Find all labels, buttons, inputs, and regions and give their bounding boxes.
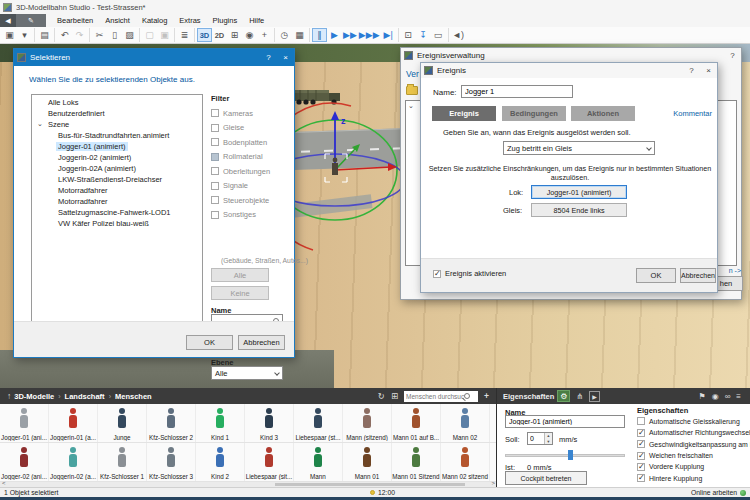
catalog-item[interactable]: Mann 01 Sitzend bbox=[392, 443, 441, 481]
ok-button[interactable]: OK bbox=[636, 268, 676, 283]
catalog-item[interactable]: Joggerin-02 (a... bbox=[49, 443, 98, 481]
add-model-button[interactable]: + bbox=[484, 391, 489, 401]
filter-option[interactable]: Signale bbox=[211, 181, 291, 190]
catalog-item[interactable]: Kind 3 bbox=[245, 404, 294, 442]
toolbar-new-page-button[interactable]: ▯ bbox=[107, 28, 122, 42]
toolbar-redo-button[interactable]: ↷ bbox=[72, 28, 87, 42]
toolbar-measure-button[interactable]: ▭ bbox=[431, 28, 446, 42]
catalog-item[interactable]: Kfz-Schlosser 1 bbox=[98, 443, 147, 481]
catalog-item[interactable]: Kfz-Schlosser 2 bbox=[147, 404, 196, 442]
toolbar-signals-button[interactable]: ◉ bbox=[242, 28, 257, 42]
lok-value-button[interactable]: Jogger-01 (animiert) bbox=[531, 185, 627, 199]
filter-option[interactable]: Oberleitungen bbox=[211, 167, 291, 176]
back-button[interactable]: ◀ bbox=[0, 14, 16, 27]
tab-aktionen[interactable]: Aktionen bbox=[571, 106, 635, 121]
object-name-input[interactable] bbox=[505, 415, 625, 428]
toolbar-pause-button[interactable]: ∥ bbox=[312, 28, 327, 42]
target-speed-input[interactable] bbox=[528, 433, 544, 444]
gleis-value-button[interactable]: 8504 Ende links bbox=[531, 203, 627, 217]
toolbar-fast-forward-button[interactable]: ▶▶▶ bbox=[358, 28, 381, 42]
edit-mode-button[interactable]: ✎ bbox=[16, 14, 46, 27]
tree-item[interactable]: ⌄Szene bbox=[32, 119, 202, 130]
toolbar-cut-button[interactable]: ✂ bbox=[92, 28, 107, 42]
connections-icon[interactable]: ⋔ bbox=[576, 392, 583, 401]
catalog-item[interactable]: Kind 1 bbox=[196, 404, 245, 442]
tree-item[interactable]: Bus-für-Stadtrundfahrten.animiert bbox=[32, 130, 202, 141]
event-name-input[interactable] bbox=[461, 85, 573, 98]
toolbar-save-dropdown-button[interactable]: ▾ bbox=[17, 28, 32, 42]
tab-ereignis[interactable]: Ereignis bbox=[432, 106, 496, 121]
breadcrumb-3d-modelle[interactable]: 3D-Modelle bbox=[14, 392, 54, 401]
tab-bedingungen[interactable]: Bedingungen bbox=[502, 106, 566, 121]
toolbar-play-button[interactable]: ▶ bbox=[327, 28, 342, 42]
property-option[interactable]: Geschwindigkeitsanpassung am Berg bbox=[637, 440, 749, 448]
animation-icon[interactable]: ▶ bbox=[589, 391, 600, 402]
tree-item[interactable]: LKW-Straßendienst-Dreiachser bbox=[32, 174, 202, 185]
menu-icon[interactable]: ≡ bbox=[736, 392, 741, 401]
target-speed-stepper[interactable]: ▴▾ bbox=[527, 432, 553, 445]
catalog-item[interactable]: Kind 2 bbox=[196, 443, 245, 481]
toolbar-zoom-fit-button[interactable]: ⊡ bbox=[401, 28, 416, 42]
activate-event-checkbox[interactable]: Ereignis aktivieren bbox=[433, 269, 506, 278]
catalog-item[interactable]: Junge bbox=[98, 404, 147, 442]
close-icon[interactable]: × bbox=[700, 63, 717, 78]
toolbar-view-3d-button[interactable]: 3D bbox=[197, 28, 212, 42]
filter-option[interactable]: Rollmaterial bbox=[211, 152, 291, 161]
tree-item[interactable]: Benutzerdefiniert bbox=[32, 108, 202, 119]
catalog-item[interactable]: Mann 01 auf B... bbox=[392, 404, 441, 442]
add-folder-icon[interactable] bbox=[406, 86, 418, 95]
catalog-search-input[interactable] bbox=[404, 393, 464, 400]
toolbar-add-object-button[interactable]: + bbox=[257, 28, 272, 42]
toolbar-paste-button[interactable]: ▨ bbox=[122, 28, 137, 42]
help-button[interactable]: ? bbox=[260, 49, 277, 66]
catalog-item[interactable]: Mann 02 bbox=[441, 404, 490, 442]
catalog-item[interactable]: Ma bbox=[490, 443, 497, 481]
toolbar-grid-button[interactable]: ⊞ bbox=[227, 28, 242, 42]
catalog-item[interactable]: Joggerin-01 (a... bbox=[49, 404, 98, 442]
toolbar-undo-button[interactable]: ↶ bbox=[57, 28, 72, 42]
filter-option[interactable]: Gleise bbox=[211, 123, 291, 132]
catalog-item[interactable]: Mann bbox=[294, 443, 343, 481]
stepper-arrows[interactable]: ▴▾ bbox=[544, 433, 552, 444]
tree-item[interactable]: Joggerin-02 (animiert) bbox=[32, 152, 202, 163]
catalog-item[interactable]: Mann 02 sitzend bbox=[441, 443, 490, 481]
tree-item[interactable]: VW Käfer Polizei blau-weiß bbox=[32, 218, 202, 229]
toolbar-print-button[interactable]: ▤ bbox=[37, 28, 52, 42]
online-status[interactable]: Online arbeiten bbox=[691, 489, 746, 496]
catalog-item[interactable]: Liebespaar (sit... bbox=[245, 443, 294, 481]
layer-select[interactable]: Alle bbox=[211, 366, 283, 380]
toolbar-save-button[interactable]: ▣ bbox=[2, 28, 17, 42]
eye-icon[interactable]: ◉ bbox=[712, 392, 719, 401]
scrollbar-thumb[interactable] bbox=[275, 483, 465, 486]
trigger-select[interactable]: Zug betritt ein Gleis bbox=[503, 141, 655, 155]
toolbar-download-button[interactable]: ↧ bbox=[416, 28, 431, 42]
event-manager-link[interactable]: n -> bbox=[715, 267, 741, 274]
help-button[interactable]: ? bbox=[683, 63, 700, 78]
menu-hilfe[interactable]: Hilfe bbox=[243, 16, 270, 25]
filter-option[interactable]: Steuerobjekte bbox=[211, 196, 291, 205]
link-icon[interactable]: ∞ bbox=[725, 392, 731, 401]
tree-item[interactable]: Motorradfahrer bbox=[32, 185, 202, 196]
scroll-left-icon[interactable]: < bbox=[2, 480, 6, 486]
breadcrumb-menschen[interactable]: Menschen bbox=[115, 392, 152, 401]
catalog-item[interactable]: Kfz-Schlosser 3 bbox=[147, 443, 196, 481]
toolbar-select-marquee-button[interactable]: ▢ bbox=[142, 28, 157, 42]
tree-item[interactable]: Motorradfahrer bbox=[32, 196, 202, 207]
scroll-right-icon[interactable]: > bbox=[491, 480, 495, 486]
filter-none-button[interactable]: Keine bbox=[211, 286, 269, 300]
close-icon[interactable]: × bbox=[277, 49, 294, 66]
toolbar-skip-end-button[interactable]: ▶| bbox=[381, 28, 396, 42]
chevron-down-icon[interactable]: ⌄ bbox=[37, 118, 43, 129]
catalog-item[interactable]: Liebespaar (st... bbox=[294, 404, 343, 442]
catalog-item[interactable]: Jogger-01 (ani... bbox=[0, 404, 49, 442]
breadcrumb-landschaft[interactable]: Landschaft bbox=[65, 392, 105, 401]
toolbar-forward-button[interactable]: ▶▶ bbox=[342, 28, 358, 42]
catalog-search-box[interactable] bbox=[404, 391, 478, 402]
catalog-scrollbar[interactable]: < > bbox=[0, 482, 497, 487]
enter-cockpit-button[interactable]: Cockpit betreten bbox=[505, 471, 587, 485]
tree-item[interactable]: Joggerin-02A (animiert) bbox=[32, 163, 202, 174]
filter-option[interactable]: Bodenplatten bbox=[211, 138, 291, 147]
filter-all-button[interactable]: Alle bbox=[211, 268, 269, 282]
toolbar-object-list-button[interactable]: ≣ bbox=[177, 28, 192, 42]
pin-icon[interactable]: ⚑ bbox=[698, 392, 705, 401]
